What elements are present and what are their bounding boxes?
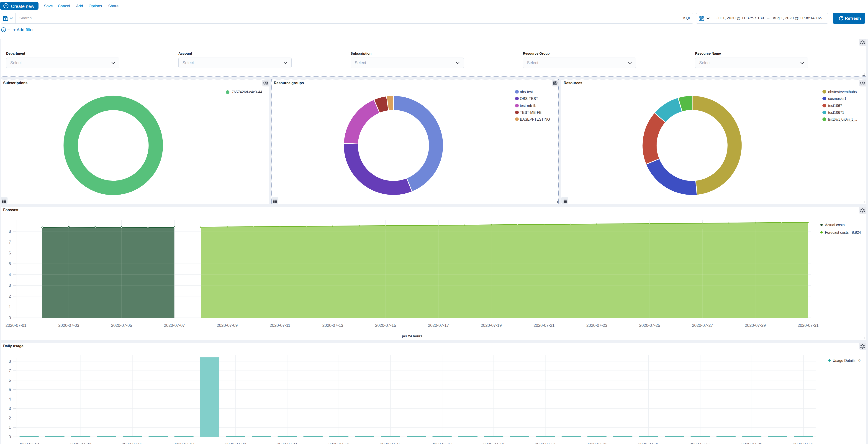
svg-text:4: 4 [9, 272, 11, 277]
svg-text:obs-test: obs-test [520, 90, 533, 94]
svg-text:per 24 hours: per 24 hours [402, 334, 423, 338]
svg-text:2020-07-17: 2020-07-17 [432, 442, 453, 444]
svg-text:2020-07-29: 2020-07-29 [741, 442, 762, 444]
svg-text:8: 8 [9, 359, 11, 364]
svg-text:test1067: test1067 [828, 104, 842, 108]
svg-text:2020-07-05: 2020-07-05 [111, 323, 132, 328]
svg-text:cosmosks1: cosmosks1 [828, 97, 846, 101]
svg-text:2020-07-03: 2020-07-03 [70, 442, 91, 444]
svg-text:2020-07-09: 2020-07-09 [225, 442, 246, 444]
svg-text:2020-07-03: 2020-07-03 [58, 323, 79, 328]
svg-text:2020-07-21: 2020-07-21 [535, 442, 556, 444]
svg-text:OBS-TEST: OBS-TEST [520, 97, 538, 101]
svg-text:2020-07-25: 2020-07-25 [638, 442, 659, 444]
svg-text:3: 3 [9, 283, 11, 288]
svg-text:2020-07-23: 2020-07-23 [586, 323, 608, 328]
svg-text:test10671_OsDisk_1_…: test10671_OsDisk_1_… [828, 117, 857, 122]
svg-text:2020-07-23: 2020-07-23 [586, 442, 608, 444]
svg-text:2020-07-07: 2020-07-07 [164, 323, 185, 328]
svg-text:0: 0 [9, 435, 11, 439]
svg-text:7: 7 [9, 240, 11, 244]
svg-text:2020-07-15: 2020-07-15 [375, 323, 396, 328]
svg-text:2020-07-01: 2020-07-01 [19, 442, 40, 444]
svg-text:7: 7 [9, 369, 11, 373]
svg-text:TEST-MB-FB: TEST-MB-FB [520, 111, 541, 114]
svg-text:test10671: test10671 [828, 111, 844, 114]
svg-text:1: 1 [9, 305, 11, 309]
svg-text:8.824: 8.824 [852, 231, 861, 234]
svg-text:2020-07-19: 2020-07-19 [483, 442, 504, 444]
svg-text:2020-07-25: 2020-07-25 [639, 323, 660, 328]
svg-text:1: 1 [9, 425, 11, 430]
svg-text:2020-07-09: 2020-07-09 [217, 323, 238, 328]
svg-text:2020-07-01: 2020-07-01 [5, 323, 26, 328]
svg-text:3: 3 [9, 406, 11, 411]
svg-text:2020-07-13: 2020-07-13 [328, 442, 349, 444]
svg-text:0: 0 [859, 358, 861, 363]
svg-text:6: 6 [9, 251, 11, 255]
svg-text:Usage Details: Usage Details [833, 358, 856, 363]
svg-text:0: 0 [9, 316, 11, 320]
svg-text:2020-07-07: 2020-07-07 [174, 442, 194, 444]
svg-text:Actual costs: Actual costs [825, 223, 844, 227]
svg-text:2020-07-27: 2020-07-27 [692, 323, 713, 328]
svg-text:2020-07-21: 2020-07-21 [533, 323, 555, 328]
svg-text:5: 5 [9, 262, 11, 266]
svg-text:2020-07-31: 2020-07-31 [793, 442, 814, 444]
svg-text:Forecast costs: Forecast costs [825, 231, 849, 234]
svg-text:2020-07-29: 2020-07-29 [745, 323, 766, 328]
svg-text:4: 4 [9, 397, 11, 402]
svg-text:test-mb-fb: test-mb-fb [520, 104, 536, 108]
svg-text:2020-07-11: 2020-07-11 [277, 442, 298, 444]
svg-text:obstesteventhubs: obstesteventhubs [828, 90, 857, 94]
svg-text:2020-07-19: 2020-07-19 [481, 323, 502, 328]
svg-text:2020-07-05: 2020-07-05 [122, 442, 143, 444]
svg-text:2020-07-31: 2020-07-31 [798, 323, 818, 328]
svg-text:BASEPI-TESTING: BASEPI-TESTING [520, 117, 550, 121]
svg-text:2: 2 [9, 294, 11, 299]
svg-text:2020-07-13: 2020-07-13 [322, 323, 343, 328]
svg-text:2: 2 [9, 416, 11, 420]
svg-text:7657426d-c4c3-44…: 7657426d-c4c3-44… [232, 90, 266, 94]
svg-text:2020-07-11: 2020-07-11 [270, 323, 290, 328]
svg-text:2020-07-27: 2020-07-27 [690, 442, 711, 444]
svg-text:8: 8 [9, 229, 11, 234]
svg-text:2020-07-15: 2020-07-15 [380, 442, 401, 444]
svg-text:5: 5 [9, 387, 11, 392]
svg-text:2020-07-17: 2020-07-17 [428, 323, 449, 328]
svg-text:6: 6 [9, 378, 11, 382]
